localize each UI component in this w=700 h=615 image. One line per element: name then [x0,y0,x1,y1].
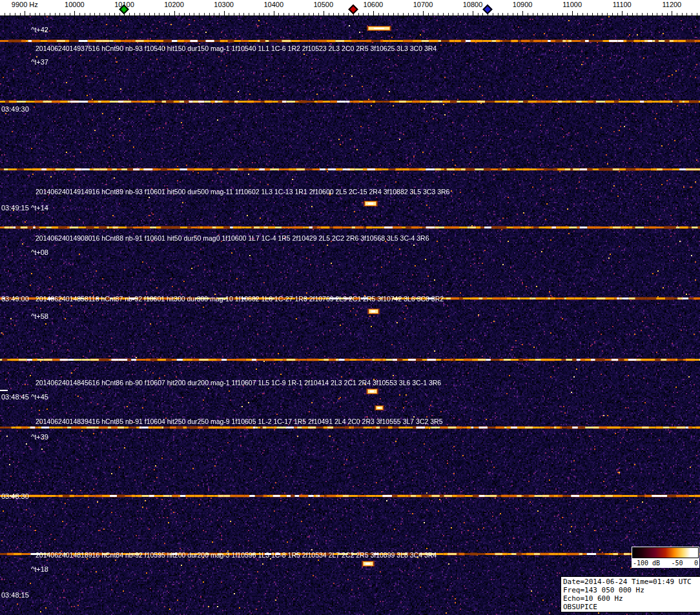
ruler-tick [174,11,175,15]
relative-time-mark: ^t+14 [31,204,48,212]
ruler-tick [662,13,663,15]
ruler-tick [179,13,180,15]
ruler-tick [65,13,65,15]
relative-time-mark: ^t+08 [31,248,48,256]
ruler-tick [513,13,513,15]
ruler-tick [657,13,657,15]
ruler-tick [552,13,553,15]
ruler-tick [692,13,692,15]
ruler-tick [269,13,269,15]
waterfall-display: -100 dB -50 0 Date=2014-06-24 Time=01:49… [0,16,700,615]
ruler-tick [622,11,623,15]
time-label: 03:48:15 [1,591,29,599]
relative-time-mark: ^t+42 [31,26,48,34]
ruler-tick [209,13,210,15]
detection-annotation: 20140624014937516 hCnt90 nb-93 f10540 hi… [36,45,437,52]
ruler-tick [298,13,299,15]
ruler-tick [283,13,284,15]
ruler-tick [433,13,433,15]
ruler-tick [309,13,309,15]
time-label: 03:49:15 [1,204,29,212]
ruler-tick [184,13,185,15]
ruler-tick [204,13,205,15]
ruler-tick [493,13,493,15]
ruler-tick [20,13,21,15]
ruler-tick [537,13,538,15]
ruler-tick [74,11,75,15]
ruler-tick [403,13,404,15]
ruler-tick [458,13,458,15]
ruler-tick [508,13,508,15]
ruler-tick [30,13,30,15]
ruler-tick [567,13,568,15]
ruler-tick [10,13,10,15]
ruler-tick [418,13,418,15]
ruler-tick [70,13,70,15]
ruler-tick [154,13,155,15]
ruler-label: 10200 [164,1,184,8]
ruler-label: 10000 [65,1,85,8]
ruler-tick [642,13,643,15]
freq-marker-blue-diamond[interactable] [482,5,493,15]
ruler-tick [278,13,279,15]
ruler-tick [632,13,633,15]
ruler-tick [318,13,319,15]
color-scale-legend: -100 dB -50 0 [632,547,699,568]
ruler-label: 11000 [562,1,582,8]
ruler-tick [682,13,683,15]
freq-marker-red-diamond[interactable] [348,5,358,15]
ruler-tick [164,13,165,15]
ruler-tick [25,11,25,15]
waterfall-canvas[interactable] [0,16,700,615]
ruler-tick [542,13,543,15]
ruler-tick [498,13,499,15]
detection-annotation: 20140624014858116 hCnt87 nb-92 f10601 hi… [36,295,444,303]
ruler-tick [393,13,394,15]
ruler-tick [428,13,429,15]
ruler-tick [149,13,150,15]
ruler-tick [463,13,464,15]
color-scale-labels: -100 dB -50 0 [632,558,699,567]
ruler-label: 11200 [662,1,681,8]
ruler-label: 10300 [214,1,234,8]
ruler-tick [114,13,115,15]
ruler-tick [667,13,668,15]
info-echo-line: Echo=10 600 Hz [563,594,699,603]
ruler-tick [94,13,95,15]
color-scale-gradient [632,547,699,558]
ruler-tick [443,13,444,15]
ruler-tick [134,13,135,15]
ruler-tick [289,13,289,15]
ruler-tick [438,13,438,15]
ruler-tick [448,13,449,15]
ruler-tick [144,13,145,15]
relative-time-mark: ^t+37 [31,58,48,66]
ruler-tick [478,13,479,15]
ruler-tick [348,13,349,15]
ruler-tick [373,11,374,15]
ruler-tick [194,13,194,15]
ruler-label: 10800 [463,1,483,8]
scale-max-label: 0 [694,560,698,567]
ruler-tick [423,11,424,15]
ruler-tick [45,13,45,15]
ruler-tick [274,11,274,15]
ruler-tick [627,13,628,15]
ruler-tick [363,13,364,15]
ruler-tick [243,13,244,15]
ruler-tick [109,13,110,15]
ruler-tick [169,13,170,15]
ruler-tick [324,11,324,15]
ruler-tick [344,13,344,15]
ruler-tick [677,13,677,15]
detection-annotation: 20140624014839416 hCnt85 nb-91 f10604 hi… [36,418,443,425]
ruler-tick [189,13,190,15]
ruler-tick [105,13,105,15]
ruler-tick [413,13,414,15]
ruler-label: 10700 [413,1,433,8]
ruler-tick [119,13,120,15]
ruler-tick [90,13,90,15]
ruler-tick [259,13,260,15]
ruler-tick [378,13,379,15]
ruler-label: 10500 [314,1,334,8]
